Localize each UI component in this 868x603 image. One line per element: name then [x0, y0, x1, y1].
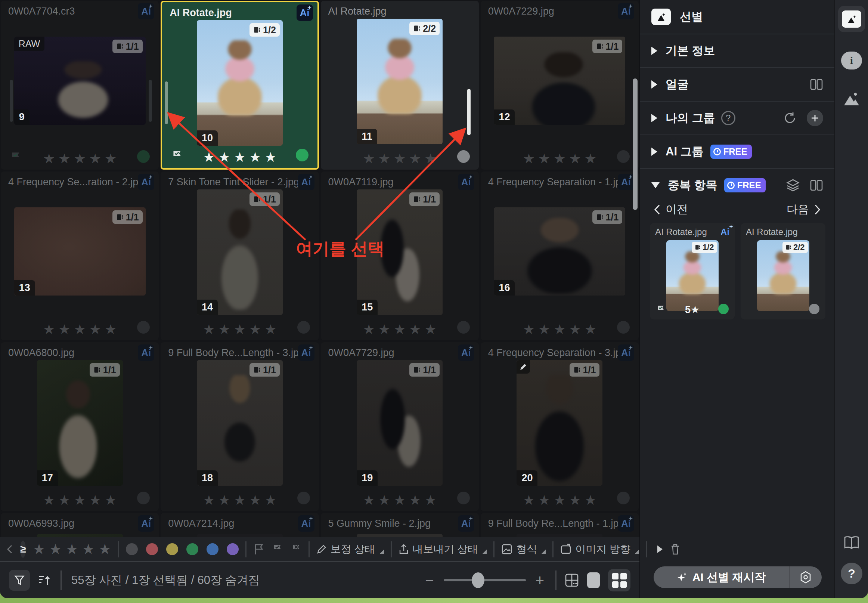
- star-icon[interactable]: ★: [43, 151, 55, 167]
- star-icon[interactable]: ★: [584, 322, 596, 337]
- star-icon[interactable]: ★: [553, 322, 565, 337]
- star-icon[interactable]: ★: [203, 150, 215, 165]
- duplicate-thumbnail[interactable]: 2/2: [757, 240, 809, 311]
- star-rating[interactable]: ★★★★★: [363, 151, 436, 167]
- star-icon[interactable]: ★: [363, 322, 375, 337]
- slider-knob[interactable]: [472, 572, 484, 588]
- expand-toolbar-icon[interactable]: [656, 545, 663, 554]
- photo-thumbnail[interactable]: [37, 534, 123, 537]
- thumbnail-size-slider[interactable]: [444, 579, 526, 581]
- flag-picked-icon[interactable]: [10, 151, 22, 164]
- color-status-dot[interactable]: [296, 149, 309, 161]
- star-icon[interactable]: ★: [363, 151, 375, 167]
- star-rating[interactable]: ★★★★★: [43, 322, 117, 337]
- star-rating[interactable]: ★★★★★: [363, 322, 436, 337]
- help-icon[interactable]: ?: [721, 111, 735, 125]
- rating-threshold-button[interactable]: ≥: [20, 541, 26, 558]
- flag-filter-buttons[interactable]: [253, 543, 302, 555]
- star-icon[interactable]: ★: [409, 492, 421, 508]
- color-status-dot[interactable]: [809, 304, 819, 314]
- star-rating[interactable]: ★★★★★: [43, 492, 117, 508]
- star-icon[interactable]: ★: [74, 322, 85, 337]
- star-icon[interactable]: ★: [538, 492, 550, 508]
- star-rating[interactable]: ★★★★★: [523, 322, 596, 337]
- star-icon[interactable]: ★: [569, 322, 581, 337]
- star-icon[interactable]: ★: [523, 492, 535, 508]
- photo-cell[interactable]: 0W0A7729.jpg Ai 1/119 ★★★★★: [321, 342, 479, 511]
- compare-view-button[interactable]: [565, 573, 579, 587]
- star-icon[interactable]: ★: [218, 322, 230, 337]
- section-basic-info[interactable]: 기본 정보: [640, 34, 834, 68]
- star-rating[interactable]: ★★★★★: [203, 492, 276, 508]
- star-icon[interactable]: ★: [553, 492, 565, 508]
- prev-button[interactable]: 이전: [653, 202, 688, 217]
- filmstrip-next-bar[interactable]: [149, 80, 152, 122]
- grid-scrollbar[interactable]: [633, 79, 638, 210]
- section-ai-groups[interactable]: AI 그룹 FREE: [640, 135, 834, 169]
- photo-thumbnail[interactable]: [197, 534, 283, 537]
- filmstrip-prev-bar[interactable]: [10, 80, 13, 122]
- photo-cell[interactable]: 7 Skin Tone Tint Slider - 2.jpg Ai 1/114…: [161, 172, 318, 340]
- landscape-tool[interactable]: [843, 92, 860, 107]
- photo-cell[interactable]: AI Rotate.jpg Ai 1/210 ★★★★★: [161, 1, 318, 170]
- star-icon[interactable]: ★: [409, 151, 421, 167]
- rating-filter-stars[interactable]: ★★★★★: [32, 541, 111, 557]
- grid-view-button[interactable]: [608, 569, 630, 591]
- culling-tool-active[interactable]: [838, 6, 865, 32]
- photo-thumbnail[interactable]: 1/210: [197, 20, 283, 146]
- section-duplicates[interactable]: 중복 항목 FREE: [640, 169, 834, 202]
- add-group-button[interactable]: [807, 110, 823, 126]
- color-status-dot[interactable]: [617, 321, 630, 334]
- color-label-buttons[interactable]: [126, 543, 239, 555]
- color-status-dot[interactable]: [617, 150, 630, 163]
- zoom-out-button[interactable]: −: [425, 572, 434, 589]
- photo-cell[interactable]: 0W0A6800.jpg Ai 1/117 ★★★★★: [1, 342, 159, 511]
- cull-settings-button[interactable]: [789, 571, 822, 584]
- star-icon[interactable]: ★: [249, 322, 261, 337]
- photo-cell[interactable]: 9 Full Body Re...Length - 1.jpg Ai: [481, 513, 639, 537]
- star-icon[interactable]: ★: [378, 322, 390, 337]
- star-icon[interactable]: ★: [203, 322, 215, 337]
- star-icon[interactable]: ★: [203, 492, 215, 508]
- trash-icon[interactable]: [670, 543, 681, 555]
- photo-thumbnail[interactable]: [517, 534, 602, 537]
- star-icon[interactable]: ★: [249, 150, 261, 165]
- star-icon[interactable]: ★: [89, 322, 101, 337]
- photo-cell[interactable]: 5 Gummy Smile - 2.jpg Ai: [321, 513, 479, 537]
- star-icon[interactable]: ★: [425, 151, 437, 167]
- collapse-toolbar-icon[interactable]: [6, 544, 14, 554]
- color-status-dot[interactable]: [457, 492, 470, 504]
- ai-cull-restart-button[interactable]: AI 선별 재시작: [653, 566, 822, 588]
- split-panes-icon[interactable]: [810, 78, 823, 91]
- flag-picked-icon[interactable]: [171, 150, 183, 162]
- star-rating[interactable]: ★★★★★: [523, 151, 596, 167]
- star-icon[interactable]: ★: [58, 151, 70, 167]
- sort-button[interactable]: [38, 574, 51, 586]
- star-icon[interactable]: ★: [394, 151, 406, 167]
- color-status-dot[interactable]: [137, 492, 150, 504]
- edit-status-menu[interactable]: 보정 상태: [317, 542, 384, 556]
- photo-thumbnail[interactable]: 1/119: [357, 360, 443, 486]
- star-icon[interactable]: ★: [409, 322, 421, 337]
- star-icon[interactable]: ★: [538, 151, 550, 167]
- duplicate-card[interactable]: AI Rotate.jpg 2/2: [741, 223, 825, 319]
- orientation-menu[interactable]: 이미지 방향: [560, 542, 639, 556]
- star-icon[interactable]: ★: [234, 492, 246, 508]
- color-status-dot[interactable]: [457, 150, 470, 163]
- help-button[interactable]: ?: [841, 563, 862, 584]
- star-icon[interactable]: ★: [425, 492, 437, 508]
- color-label-dot[interactable]: [166, 543, 178, 555]
- photo-thumbnail[interactable]: [357, 534, 443, 537]
- photo-cell[interactable]: 9 Full Body Re...Length - 3.jpg Ai 1/118…: [161, 342, 318, 511]
- guide-book-button[interactable]: [843, 536, 860, 550]
- star-icon[interactable]: ★: [105, 492, 117, 508]
- color-label-dot[interactable]: [126, 543, 138, 555]
- star-icon[interactable]: ★: [218, 492, 230, 508]
- color-status-dot[interactable]: [718, 304, 729, 314]
- star-rating[interactable]: ★★★★★: [43, 151, 117, 167]
- star-icon[interactable]: ★: [569, 492, 581, 508]
- zoom-in-button[interactable]: +: [536, 572, 544, 589]
- export-status-menu[interactable]: 내보내기 상태: [398, 542, 487, 556]
- star-icon[interactable]: ★: [234, 322, 246, 337]
- star-rating[interactable]: ★★★★★: [363, 492, 436, 508]
